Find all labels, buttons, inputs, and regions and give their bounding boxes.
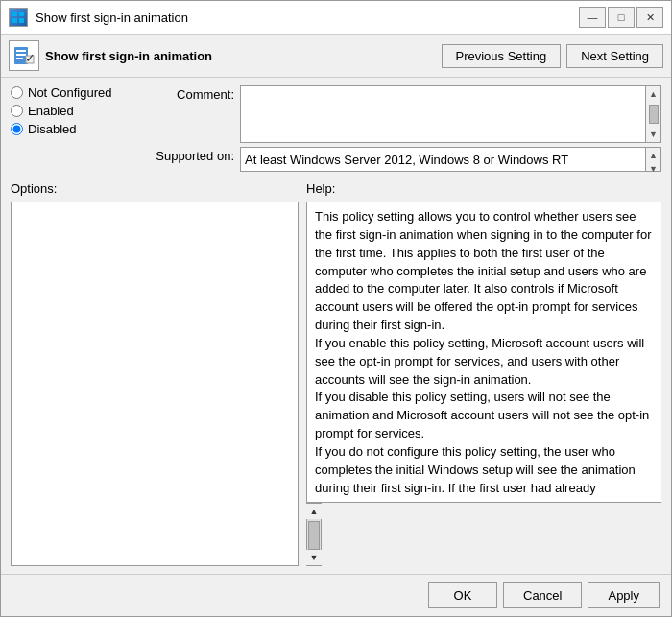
apply-button[interactable]: Apply	[588, 582, 660, 608]
help-scrollbar: ▲ ▼	[306, 503, 322, 566]
disabled-radio[interactable]	[11, 123, 23, 135]
svg-rect-3	[19, 18, 24, 23]
supported-on-label: Supported on:	[153, 147, 234, 163]
comment-textarea[interactable]	[240, 85, 646, 143]
not-configured-option[interactable]: Not Configured	[11, 85, 145, 100]
enabled-option[interactable]: Enabled	[11, 104, 145, 118]
title-controls: — □ ✕	[579, 7, 663, 28]
close-button[interactable]: ✕	[636, 7, 663, 28]
supported-scrollbar: ▲ ▼	[646, 147, 661, 172]
window-title: Show first sign-in animation	[36, 11, 188, 25]
enabled-label: Enabled	[28, 104, 74, 118]
toolbar-title: Show first sign-in animation	[45, 49, 436, 63]
main-window: Show first sign-in animation — □ ✕ ✓ Sho…	[0, 0, 672, 617]
window-icon	[9, 8, 28, 27]
help-label-wrap: Help:	[306, 181, 661, 196]
supported-scroll-down[interactable]: ▼	[646, 162, 660, 176]
svg-rect-2	[12, 18, 17, 23]
help-scroll-up[interactable]: ▲	[306, 504, 322, 519]
middle-labels: Options: Help:	[11, 181, 661, 196]
bottom-bar: OK Cancel Apply	[1, 574, 671, 616]
help-para-2: If you enable this policy setting, Micro…	[315, 335, 654, 390]
fields-section: Comment: ▲ ▼ Supported on:	[153, 85, 661, 172]
radio-group: Not Configured Enabled Disabled	[11, 85, 145, 172]
svg-rect-0	[12, 12, 17, 16]
comment-scroll-thumb[interactable]	[649, 105, 659, 124]
help-panel: This policy setting allows you to contro…	[306, 202, 661, 566]
help-para-4: If you do not configure this policy sett…	[315, 443, 654, 503]
options-label-wrap: Options:	[11, 181, 299, 196]
comment-row: Comment: ▲ ▼	[153, 85, 661, 143]
comment-scroll-up[interactable]: ▲	[646, 87, 660, 101]
title-bar: Show first sign-in animation — □ ✕	[1, 1, 671, 35]
maximize-button[interactable]: □	[608, 7, 635, 28]
comment-scrollbar: ▲ ▼	[646, 85, 661, 143]
supported-on-input	[240, 147, 646, 172]
help-label: Help:	[306, 181, 335, 196]
svg-rect-1	[19, 12, 24, 16]
comment-scroll-down[interactable]: ▼	[646, 128, 660, 141]
minimize-button[interactable]: —	[579, 7, 606, 28]
main-content: Not Configured Enabled Disabled Comment:	[1, 78, 671, 574]
supported-scroll-up[interactable]: ▲	[646, 149, 660, 162]
disabled-option[interactable]: Disabled	[11, 122, 145, 136]
next-setting-button[interactable]: Next Setting	[566, 44, 663, 68]
comment-input-wrap: ▲ ▼	[240, 85, 661, 143]
help-scroll-down[interactable]: ▼	[306, 550, 322, 565]
disabled-label: Disabled	[28, 122, 77, 136]
supported-on-row: Supported on: ▲ ▼	[153, 147, 661, 172]
enabled-radio[interactable]	[11, 105, 23, 117]
cancel-button[interactable]: Cancel	[503, 582, 582, 608]
svg-text:✓: ✓	[25, 51, 36, 65]
ok-button[interactable]: OK	[428, 582, 497, 608]
help-scroll-track	[307, 519, 321, 550]
options-label: Options:	[11, 181, 57, 196]
help-para-3: If you disable this policy setting, user…	[315, 389, 654, 443]
toolbar: ✓ Show first sign-in animation Previous …	[1, 35, 671, 78]
help-content: This policy setting allows you to contro…	[306, 202, 661, 503]
options-panel	[11, 202, 299, 566]
panels-row: This policy setting allows you to contro…	[11, 202, 661, 566]
top-section: Not Configured Enabled Disabled Comment:	[11, 85, 661, 172]
title-bar-left: Show first sign-in animation	[9, 8, 188, 27]
not-configured-label: Not Configured	[28, 85, 111, 100]
previous-setting-button[interactable]: Previous Setting	[442, 44, 562, 68]
help-scroll-thumb[interactable]	[308, 521, 320, 550]
not-configured-radio[interactable]	[11, 86, 23, 99]
comment-label: Comment:	[153, 85, 234, 102]
supported-on-input-wrap: ▲ ▼	[240, 147, 661, 172]
svg-rect-7	[16, 58, 23, 59]
help-para-1: This policy setting allows you to contro…	[315, 208, 654, 335]
options-box	[11, 202, 299, 566]
policy-icon: ✓	[9, 40, 39, 71]
toolbar-buttons: Previous Setting Next Setting	[442, 44, 664, 68]
